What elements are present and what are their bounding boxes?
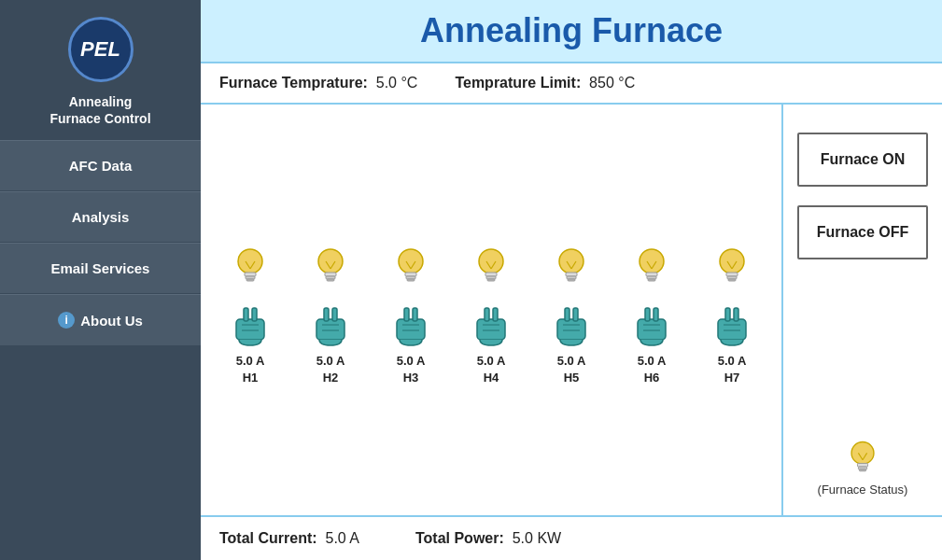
temp-limit-value: 850 °C — [589, 75, 635, 91]
logo-area: PEL AnnealingFurnace Control — [40, 0, 160, 140]
footer: Total Current: 5.0 A Total Power: 5.0 KW — [201, 517, 942, 560]
svg-rect-1 — [245, 273, 256, 276]
plug-icon-h1 — [225, 291, 275, 347]
svg-rect-74 — [734, 308, 738, 321]
heater-h6-label: 5.0 AH6 — [638, 353, 667, 386]
heater-h2-label: 5.0 AH2 — [316, 353, 345, 386]
furnace-off-button[interactable]: Furnace OFF — [797, 205, 928, 259]
total-current: Total Current: 5.0 A — [219, 530, 359, 547]
svg-rect-61 — [638, 319, 666, 340]
total-power: Total Power: 5.0 KW — [415, 530, 561, 547]
bulb-icon-h4 — [468, 243, 514, 289]
svg-rect-34 — [485, 273, 497, 276]
svg-rect-56 — [646, 273, 657, 276]
svg-rect-58 — [648, 279, 655, 281]
sidebar: PEL AnnealingFurnace Control AFC Data An… — [0, 0, 201, 560]
svg-rect-12 — [325, 273, 336, 276]
svg-rect-41 — [493, 308, 498, 321]
info-icon: i — [58, 312, 75, 329]
svg-rect-29 — [404, 308, 409, 321]
svg-point-22 — [399, 249, 423, 273]
bulb-icon-h3 — [387, 243, 434, 289]
svg-point-66 — [720, 249, 744, 273]
svg-rect-25 — [407, 279, 415, 281]
svg-rect-39 — [477, 319, 505, 340]
sidebar-item-afc-data[interactable]: AFC Data — [0, 140, 201, 191]
svg-rect-40 — [485, 308, 489, 321]
svg-rect-50 — [557, 319, 585, 340]
about-us-label: About Us — [80, 313, 143, 329]
temp-limit: Temprature Limit: 850 °C — [455, 75, 635, 91]
heater-h7: 5.0 AH7 — [707, 243, 757, 386]
bulb-icon-h7 — [709, 243, 755, 289]
svg-rect-19 — [332, 308, 337, 321]
control-buttons: Furnace ON Furnace OFF — [797, 133, 928, 259]
temp-limit-label: Temprature Limit: — [455, 75, 581, 91]
heater-h1-label: 5.0 AH1 — [236, 353, 265, 386]
plug-icon-h3 — [386, 291, 436, 347]
heater-h7-label: 5.0 AH7 — [718, 353, 747, 386]
total-power-value: 5.0 KW — [513, 530, 561, 546]
status-bulb-icon — [841, 436, 884, 479]
furnace-on-button[interactable]: Furnace ON — [797, 133, 928, 187]
plug-icon-h6 — [626, 291, 677, 347]
svg-rect-78 — [857, 463, 867, 467]
svg-point-55 — [640, 249, 664, 273]
afc-data-label: AFC Data — [69, 158, 133, 174]
svg-rect-36 — [487, 279, 495, 281]
control-panel: Furnace ON Furnace OFF (Furnace Status) — [783, 105, 942, 515]
svg-rect-30 — [413, 308, 417, 321]
furnace-temp-value: 5.0 °C — [376, 75, 418, 91]
total-power-label: Total Power: — [415, 530, 504, 546]
svg-rect-73 — [725, 308, 730, 321]
sidebar-item-about-us[interactable]: i About Us — [0, 294, 201, 346]
heater-h5-label: 5.0 AH5 — [557, 353, 586, 386]
svg-rect-8 — [252, 308, 257, 321]
sidebar-item-email-services[interactable]: Email Services — [0, 243, 201, 294]
svg-rect-18 — [324, 308, 329, 321]
svg-point-11 — [318, 249, 343, 273]
furnace-temp: Furnace Temprature: 5.0 °C — [219, 75, 417, 91]
svg-rect-63 — [654, 308, 658, 321]
page-title: Annealing Furnace — [210, 11, 933, 50]
svg-rect-6 — [236, 319, 264, 340]
heater-h2: 5.0 AH2 — [305, 243, 356, 386]
svg-rect-17 — [316, 319, 344, 340]
svg-rect-72 — [718, 319, 746, 340]
svg-rect-45 — [566, 273, 577, 276]
heater-h6: 5.0 AH6 — [626, 243, 677, 386]
plug-icon-h2 — [305, 291, 356, 347]
furnace-temp-label: Furnace Temprature: — [219, 75, 368, 91]
status-area: (Furnace Status) — [818, 436, 908, 497]
svg-rect-52 — [573, 308, 578, 321]
total-current-value: 5.0 A — [325, 530, 359, 546]
svg-rect-47 — [568, 279, 575, 281]
heater-h5: 5.0 AH5 — [546, 243, 597, 386]
furnace-status-label: (Furnace Status) — [818, 483, 908, 497]
heaters-section: 5.0 AH1 — [201, 105, 783, 515]
temperature-bar: Furnace Temprature: 5.0 °C Temprature Li… — [201, 63, 942, 105]
svg-rect-69 — [728, 279, 736, 281]
furnace-area: 5.0 AH1 — [201, 105, 942, 517]
svg-rect-28 — [397, 319, 425, 340]
svg-point-77 — [851, 441, 874, 464]
plug-icon-h7 — [707, 291, 757, 347]
svg-point-0 — [238, 249, 262, 273]
plug-icon-h4 — [466, 291, 516, 347]
svg-rect-23 — [405, 273, 416, 276]
bulb-icon-h6 — [628, 243, 675, 289]
sidebar-item-analysis[interactable]: Analysis — [0, 191, 201, 243]
header: Annealing Furnace — [201, 0, 942, 63]
logo-circle: PEL — [68, 17, 134, 82]
company-name: AnnealingFurnace Control — [49, 93, 150, 127]
bulb-icon-h5 — [548, 243, 595, 289]
logo-text: PEL — [80, 37, 120, 62]
svg-rect-80 — [859, 469, 865, 471]
plug-icon-h5 — [546, 291, 597, 347]
svg-rect-67 — [726, 273, 738, 276]
svg-rect-3 — [246, 279, 254, 281]
heater-h1: 5.0 AH1 — [225, 243, 275, 386]
email-services-label: Email Services — [51, 260, 150, 276]
heater-h3: 5.0 AH3 — [386, 243, 436, 386]
svg-rect-7 — [244, 308, 248, 321]
